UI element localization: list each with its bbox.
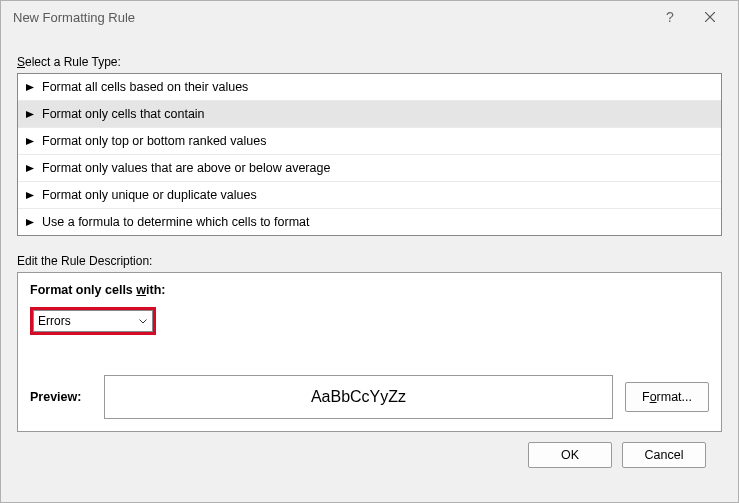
rule-type-item-label: Format only top or bottom ranked values — [42, 134, 266, 148]
window-title: New Formatting Rule — [13, 10, 650, 25]
format-only-cells-with-label: Format only cells with: — [30, 283, 709, 297]
rule-type-item[interactable]: Format all cells based on their values — [18, 74, 721, 101]
svg-marker-3 — [26, 111, 34, 118]
chevron-down-icon — [139, 319, 147, 324]
play-arrow-icon — [26, 138, 34, 145]
rule-type-list[interactable]: Format all cells based on their valuesFo… — [17, 73, 722, 236]
dropdown-value: Errors — [38, 314, 71, 328]
dropdown-button[interactable] — [134, 311, 152, 331]
rule-type-item[interactable]: Use a formula to determine which cells t… — [18, 209, 721, 235]
dialog-window: New Formatting Rule ? Select a Rule Type… — [0, 0, 739, 503]
dialog-content: Select a Rule Type: Format all cells bas… — [1, 33, 738, 482]
close-button[interactable] — [690, 3, 730, 31]
play-arrow-icon — [26, 84, 34, 91]
rule-type-item[interactable]: Format only top or bottom ranked values — [18, 128, 721, 155]
preview-sample-text: AaBbCcYyZz — [311, 388, 406, 406]
help-icon: ? — [666, 9, 674, 25]
rule-description-box: Format only cells with: Errors Preview: … — [17, 272, 722, 432]
close-icon — [705, 12, 715, 22]
play-arrow-icon — [26, 219, 34, 226]
format-button[interactable]: Format... — [625, 382, 709, 412]
cancel-button[interactable]: Cancel — [622, 442, 706, 468]
titlebar: New Formatting Rule ? — [1, 1, 738, 33]
svg-marker-5 — [26, 165, 34, 172]
rule-type-item[interactable]: Format only unique or duplicate values — [18, 182, 721, 209]
preview-label: Preview: — [30, 390, 92, 404]
rule-type-item-label: Format only values that are above or bel… — [42, 161, 330, 175]
play-arrow-icon — [26, 192, 34, 199]
rule-type-item[interactable]: Format only cells that contain — [18, 101, 721, 128]
svg-marker-7 — [26, 219, 34, 226]
play-arrow-icon — [26, 111, 34, 118]
edit-description-label: Edit the Rule Description: — [17, 254, 722, 268]
cell-condition-dropdown[interactable]: Errors — [33, 310, 153, 332]
rule-type-item-label: Format only unique or duplicate values — [42, 188, 257, 202]
rule-type-item-label: Use a formula to determine which cells t… — [42, 215, 309, 229]
rule-type-label: Select a Rule Type: — [17, 55, 722, 69]
rule-type-item[interactable]: Format only values that are above or bel… — [18, 155, 721, 182]
rule-type-item-label: Format only cells that contain — [42, 107, 205, 121]
svg-marker-4 — [26, 138, 34, 145]
svg-marker-6 — [26, 192, 34, 199]
play-arrow-icon — [26, 165, 34, 172]
svg-marker-2 — [26, 84, 34, 91]
help-button[interactable]: ? — [650, 3, 690, 31]
cell-condition-highlight: Errors — [30, 307, 156, 335]
preview-sample-box: AaBbCcYyZz — [104, 375, 613, 419]
rule-type-item-label: Format all cells based on their values — [42, 80, 248, 94]
preview-row: Preview: AaBbCcYyZz Format... — [30, 375, 709, 419]
dialog-footer: OK Cancel — [17, 432, 722, 468]
ok-button[interactable]: OK — [528, 442, 612, 468]
